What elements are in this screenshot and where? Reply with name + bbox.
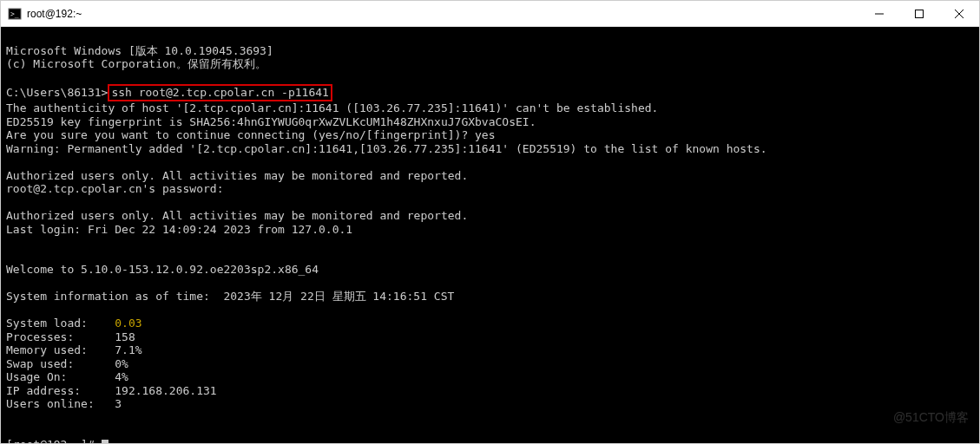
- terminal-window: >_ root@192:~ Microsoft Windows [版本 10.0…: [0, 0, 980, 444]
- output-line: root@2.tcp.cpolar.cn's password:: [6, 182, 223, 195]
- stat-value: 158: [115, 330, 135, 343]
- stat-label: System load:: [6, 317, 88, 330]
- titlebar[interactable]: >_ root@192:~: [1, 1, 979, 27]
- stat-label: IP address:: [6, 384, 81, 397]
- svg-rect-3: [916, 10, 924, 17]
- window-title: root@192:~: [27, 8, 82, 20]
- ssh-command: ssh root@2.tcp.cpolar.cn -p11641: [111, 86, 328, 99]
- stat-value: 3: [115, 397, 122, 410]
- maximize-button[interactable]: [899, 1, 939, 26]
- close-button[interactable]: [939, 1, 979, 26]
- prompt-prefix: C:\Users\86131>: [6, 86, 108, 99]
- stat-label: Processes:: [6, 330, 74, 343]
- output-line: ED25519 key fingerprint is SHA256:4hnGIY…: [6, 115, 536, 128]
- stat-value: 4%: [115, 370, 128, 383]
- output-line: Authorized users only. All activities ma…: [6, 209, 468, 222]
- output-line: (c) Microsoft Corporation。保留所有权利。: [6, 57, 266, 70]
- shell-prompt: [root@192 ~]#: [6, 438, 102, 444]
- window-controls: [859, 1, 979, 26]
- stat-label: Memory used:: [6, 343, 88, 356]
- minimize-button[interactable]: [859, 1, 899, 26]
- stat-label: Users online:: [6, 397, 95, 410]
- svg-text:>_: >_: [10, 10, 19, 18]
- output-line: Microsoft Windows [版本 10.0.19045.3693]: [6, 44, 273, 57]
- stat-value: 0.03: [115, 317, 141, 330]
- cursor-icon: [102, 440, 109, 444]
- output-line: Warning: Permanently added '[2.tcp.cpola…: [6, 142, 767, 155]
- stat-value: 0%: [115, 357, 128, 370]
- output-line: Welcome to 5.10.0-153.12.0.92.oe2203sp2.…: [6, 263, 319, 276]
- terminal-content[interactable]: Microsoft Windows [版本 10.0.19045.3693] (…: [1, 27, 979, 443]
- output-line: Last login: Fri Dec 22 14:09:24 2023 fro…: [6, 223, 352, 236]
- stat-value: 192.168.206.131: [115, 384, 216, 397]
- output-line: System information as of time: 2023年 12月…: [6, 290, 454, 303]
- output-line: Authorized users only. All activities ma…: [6, 169, 468, 182]
- output-line: Are you sure you want to continue connec…: [6, 128, 496, 141]
- terminal-icon: >_: [8, 7, 22, 21]
- output-line: The authenticity of host '[2.tcp.cpolar.…: [6, 101, 658, 114]
- watermark: @51CTO博客: [893, 411, 969, 425]
- stat-label: Swap used:: [6, 357, 74, 370]
- stat-label: Usage On:: [6, 370, 67, 383]
- stat-value: 7.1%: [115, 343, 141, 356]
- highlighted-command: ssh root@2.tcp.cpolar.cn -p11641: [108, 84, 332, 101]
